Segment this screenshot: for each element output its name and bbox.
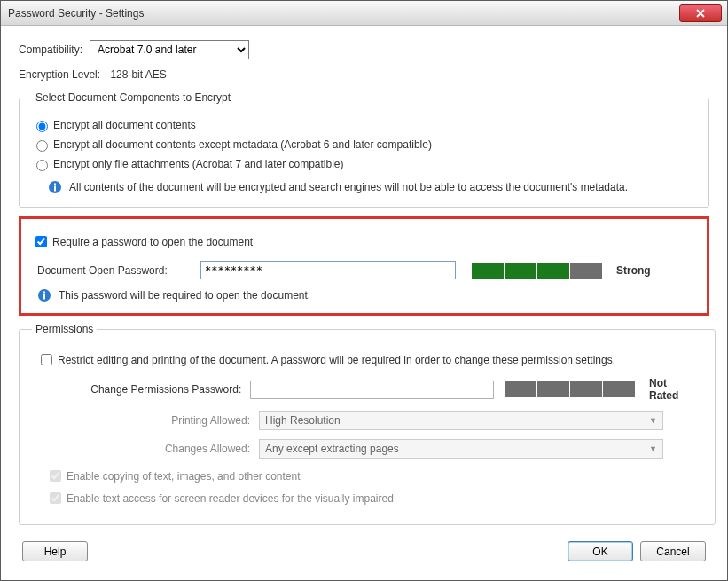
chevron-down-icon: ▼ bbox=[649, 416, 657, 425]
radio-encrypt-attachments[interactable]: Encrypt only file attachments (Acrobat 7… bbox=[32, 157, 696, 171]
window-title: Password Security - Settings bbox=[8, 7, 144, 20]
require-open-password-input[interactable] bbox=[35, 236, 47, 247]
encrypt-info-row: All contents of the document will be enc… bbox=[48, 180, 696, 194]
change-permissions-password-row: Change Permissions Password: Not Rated bbox=[37, 377, 697, 402]
dialog-content: Compatibility: Acrobat 7.0 and later Enc… bbox=[1, 26, 727, 580]
meter-segment bbox=[570, 381, 602, 397]
cancel-button[interactable]: Cancel bbox=[640, 541, 706, 561]
changes-allowed-select[interactable]: Any except extracting pages ▼ bbox=[259, 439, 663, 459]
info-icon bbox=[48, 180, 62, 194]
changes-allowed-row: Changes Allowed: Any except extracting p… bbox=[37, 439, 697, 459]
permissions-group: Permissions Restrict editing and printin… bbox=[19, 323, 716, 525]
radio-encrypt-attachments-input[interactable] bbox=[36, 160, 48, 171]
enable-screen-reader-input[interactable] bbox=[50, 492, 61, 504]
compatibility-label: Compatibility: bbox=[19, 43, 82, 56]
open-password-label: Document Open Password: bbox=[32, 264, 200, 277]
open-password-info-row: This password will be required to open t… bbox=[37, 288, 696, 302]
svg-rect-1 bbox=[54, 186, 56, 192]
help-button[interactable]: Help bbox=[22, 541, 88, 561]
permissions-password-meter bbox=[505, 381, 635, 397]
radio-encrypt-all-label: Encrypt all document contents bbox=[53, 119, 196, 131]
svg-rect-4 bbox=[43, 294, 45, 300]
meter-segment bbox=[537, 381, 569, 397]
printing-allowed-row: Printing Allowed: High Resolution ▼ bbox=[37, 411, 697, 430]
titlebar: Password Security - Settings bbox=[1, 1, 727, 26]
compatibility-row: Compatibility: Acrobat 7.0 and later bbox=[19, 40, 709, 59]
radio-encrypt-except-meta-label: Encrypt all document contents except met… bbox=[53, 138, 432, 151]
permissions-password-rating: Not Rated bbox=[649, 377, 697, 402]
permissions-legend: Permissions bbox=[32, 323, 97, 335]
password-strength-meter bbox=[472, 263, 602, 279]
encrypt-components-group: Select Document Components to Encrypt En… bbox=[19, 91, 709, 208]
open-password-section: Require a password to open the document … bbox=[19, 216, 709, 316]
change-permissions-password-label: Change Permissions Password: bbox=[37, 383, 250, 396]
encrypt-components-legend: Select Document Components to Encrypt bbox=[32, 91, 234, 104]
password-strength-label: Strong bbox=[616, 264, 651, 277]
close-button[interactable] bbox=[679, 4, 722, 22]
meter-segment bbox=[505, 381, 536, 397]
printing-allowed-label: Printing Allowed: bbox=[37, 414, 259, 427]
printing-allowed-value: High Resolution bbox=[265, 414, 341, 427]
open-password-info-text: This password will be required to open t… bbox=[59, 289, 310, 302]
radio-encrypt-attachments-label: Encrypt only file attachments (Acrobat 7… bbox=[53, 158, 344, 170]
enable-screen-reader-label: Enable text access for screen reader dev… bbox=[67, 492, 394, 505]
meter-segment bbox=[570, 263, 602, 279]
restrict-editing-label: Restrict editing and printing of the doc… bbox=[58, 354, 615, 366]
radio-encrypt-all-input[interactable] bbox=[36, 121, 48, 132]
enable-copying-input[interactable] bbox=[50, 470, 61, 482]
info-icon bbox=[37, 288, 51, 302]
changes-allowed-value: Any except extracting pages bbox=[265, 443, 399, 455]
require-open-password-label: Require a password to open the document bbox=[52, 236, 253, 248]
encrypt-info-text: All contents of the document will be enc… bbox=[69, 181, 628, 193]
radio-encrypt-except-meta[interactable]: Encrypt all document contents except met… bbox=[32, 137, 696, 152]
open-password-row: Document Open Password: Strong bbox=[32, 261, 696, 279]
open-password-input[interactable] bbox=[200, 261, 456, 279]
meter-segment bbox=[472, 263, 504, 279]
restrict-editing-input[interactable] bbox=[41, 354, 52, 365]
require-open-password-check[interactable]: Require a password to open the document bbox=[32, 233, 696, 250]
dialog-window: Password Security - Settings Compatibili… bbox=[0, 0, 728, 581]
enable-copying-check[interactable]: Enable copying of text, images, and othe… bbox=[46, 467, 697, 484]
encryption-level-row: Encryption Level: 128-bit AES bbox=[19, 68, 709, 81]
change-permissions-password-input[interactable] bbox=[250, 381, 494, 399]
radio-encrypt-except-meta-input[interactable] bbox=[36, 140, 48, 152]
enable-screen-reader-check[interactable]: Enable text access for screen reader dev… bbox=[46, 490, 697, 506]
meter-segment bbox=[537, 263, 569, 279]
meter-segment bbox=[505, 263, 536, 279]
chevron-down-icon: ▼ bbox=[649, 444, 657, 453]
compatibility-select[interactable]: Acrobat 7.0 and later bbox=[90, 40, 249, 59]
encryption-level-value: 128-bit AES bbox=[110, 68, 166, 81]
changes-allowed-label: Changes Allowed: bbox=[37, 443, 259, 455]
enable-copying-label: Enable copying of text, images, and othe… bbox=[67, 470, 301, 483]
svg-rect-5 bbox=[43, 292, 45, 294]
svg-rect-2 bbox=[54, 184, 56, 185]
dialog-footer: Help OK Cancel bbox=[19, 541, 709, 561]
radio-encrypt-all[interactable]: Encrypt all document contents bbox=[32, 118, 696, 132]
meter-segment bbox=[603, 381, 635, 397]
printing-allowed-select[interactable]: High Resolution ▼ bbox=[259, 411, 663, 430]
restrict-editing-check[interactable]: Restrict editing and printing of the doc… bbox=[37, 351, 697, 368]
encryption-level-label: Encryption Level: bbox=[19, 68, 100, 81]
close-icon bbox=[696, 9, 705, 18]
ok-button[interactable]: OK bbox=[568, 541, 633, 561]
